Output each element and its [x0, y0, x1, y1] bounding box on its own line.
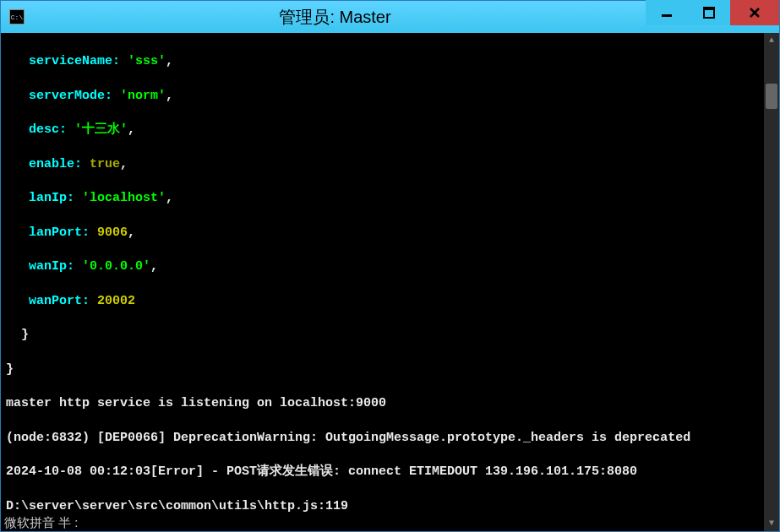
terminal-output[interactable]: serviceName: 'sss', serverMode: 'norm', … — [1, 33, 779, 531]
config-line: enable: true, — [6, 156, 774, 173]
maximize-icon — [703, 7, 715, 19]
log-line: (node:6832) [DEP0066] DeprecationWarning… — [6, 430, 774, 447]
config-line: desc: '十三水', — [6, 122, 774, 138]
scrollbar[interactable]: ▲ ▼ — [764, 33, 779, 531]
svg-rect-0 — [662, 14, 672, 17]
maximize-button[interactable] — [688, 0, 730, 25]
window-frame: C:\ 管理员: Master serviceName: 'sss', serv… — [0, 0, 780, 532]
titlebar[interactable]: C:\ 管理员: Master — [1, 1, 779, 33]
scrollbar-thumb[interactable] — [766, 84, 777, 109]
config-line: lanPort: 9006, — [6, 225, 774, 242]
config-line: serviceName: 'sss', — [6, 53, 774, 70]
scroll-up-icon[interactable]: ▲ — [764, 33, 779, 48]
config-line: lanIp: 'localhost', — [6, 190, 774, 207]
app-icon: C:\ — [9, 9, 25, 24]
config-line: wanPort: 20002 — [6, 293, 774, 310]
brace-close: } — [6, 361, 774, 378]
config-line: wanIp: '0.0.0.0', — [6, 258, 774, 275]
scroll-down-icon[interactable]: ▼ — [764, 516, 779, 531]
minimize-icon — [661, 7, 673, 19]
svg-rect-2 — [704, 8, 714, 10]
config-line: serverMode: 'norm', — [6, 88, 774, 105]
minimize-button[interactable] — [646, 0, 688, 25]
log-line: D:\server\server\src\common\utils\http.j… — [6, 498, 774, 515]
ime-status: 微软拼音 半 : — [4, 514, 79, 531]
brace-close: } — [6, 327, 774, 344]
close-icon — [749, 7, 761, 19]
log-line: 2024-10-08 00:12:03[Error] - POST请求发生错误:… — [6, 464, 774, 480]
log-line: master http service is listening on loca… — [6, 395, 774, 412]
window-controls — [646, 1, 779, 33]
window-title: 管理员: Master — [25, 6, 646, 29]
close-button[interactable] — [730, 0, 779, 25]
app-icon-text: C:\ — [11, 14, 23, 21]
